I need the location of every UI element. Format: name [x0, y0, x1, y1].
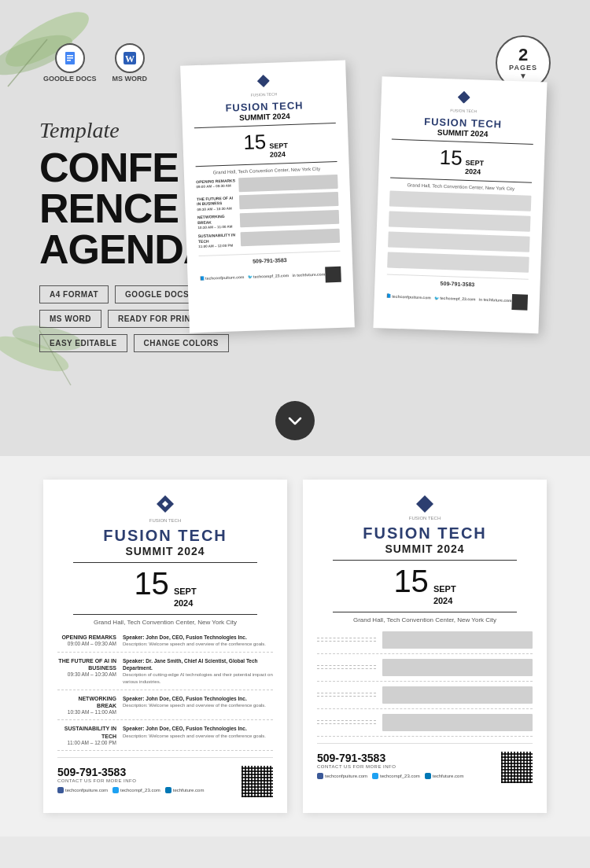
full-contact-label: CONTACT US FOR MORE INFO: [57, 778, 204, 783]
full-doc-logo-p2: FUSION TECH: [317, 495, 533, 520]
social-facebook: techconfpuiture.com: [57, 787, 108, 793]
doc-location: Grand Hall, Tech Convention Center, New …: [196, 165, 337, 175]
social-row: techconfpuiture.com techcompf_23.com tec…: [57, 787, 204, 793]
full-date-number: 15: [134, 568, 169, 599]
ms-word-badge: W MS WORD: [112, 43, 148, 83]
full-phone: 509-791-3583: [57, 766, 204, 778]
full-phone-p2: 509-791-3583: [317, 752, 463, 764]
qr-code-p2: [501, 752, 533, 783]
agenda-speaker-1: Speaker: John Doe, CEO, Fusion Technolog…: [123, 634, 273, 641]
tag-msword: MS WORD: [39, 310, 101, 328]
full-location-p2: Grand Hall, Tech Convention Center, New …: [317, 616, 533, 623]
twitter-icon: [112, 787, 119, 793]
social-linkedin-text-p2: techfuture.com: [433, 774, 464, 778]
social-linkedin-text: techfuture.com: [173, 788, 205, 793]
pages-number: 2: [518, 46, 528, 64]
ms-word-label: MS WORD: [112, 75, 148, 83]
tag-editable: EASY EDITABLE: [39, 334, 127, 352]
agenda-speaker-2: Speaker: Dr. Jane Smith, Chief AI Scient…: [123, 657, 273, 671]
agenda-desc-2: Description of cutting-edge AI technolog…: [123, 671, 273, 685]
full-title-line2: SUMMIT 2024: [57, 545, 273, 557]
docs-icon: [62, 50, 78, 66]
full-title-line2-p2: SUMMIT 2024: [317, 542, 533, 555]
full-location: Grand Hall, Tech Convention Center, New …: [57, 619, 273, 626]
agenda-time-3: 10:30 AM – 11:00 AM: [57, 709, 116, 715]
tag-colors: CHANGE COLORS: [134, 334, 229, 352]
full-doc-page2: FUSION TECH FUSION TECH SUMMIT 2024 15 S…: [303, 480, 547, 813]
doc-preview-main: FUSION TECH FUSION TECH SUMMIT 2024 15 S…: [180, 60, 355, 333]
linkedin-icon-p2: [425, 773, 431, 779]
top-section: GOODLE DOCS W MS WORD 2 PAGES ▼ Template…: [0, 0, 590, 456]
twitter-icon-p2: [372, 773, 378, 779]
social-linkedin-p2: techfuture.com: [425, 773, 464, 779]
agenda-event-name-1: OPENING REMARKS: [57, 634, 116, 641]
agenda-time-1: 09:00 AM – 09:30 AM: [57, 641, 116, 646]
full-doc-page1: FUSION TECH FUSION TECH SUMMIT 2024 15 S…: [43, 480, 287, 813]
scroll-down-button[interactable]: [275, 401, 315, 440]
agenda-event-name-4: SUSTAINABILITY IN TECH: [57, 725, 116, 739]
agenda-item-2: THE FUTURE OF AI IN BUSINESS 09:30 AM – …: [57, 657, 273, 690]
logo-small-text: FUSION TECH: [57, 518, 273, 523]
linkedin-icon: [165, 787, 171, 793]
social-facebook-text-p2: techconfpuiture.com: [325, 774, 367, 778]
svg-text:W: W: [125, 53, 135, 64]
full-footer: 509-791-3583 CONTACT US FOR MORE INFO te…: [57, 757, 273, 797]
full-contact-label-p2: CONTACT US FOR MORE INFO: [317, 764, 463, 769]
document-previews: FUSION TECH FUSION TECH SUMMIT 2024 15 S…: [185, 63, 527, 330]
full-doc-logo: FUSION TECH: [57, 495, 273, 523]
agenda-time-4: 11:00 AM – 12:00 PM: [57, 740, 116, 745]
agenda-desc-3: Description: Welcome speech and overview…: [123, 702, 273, 708]
social-row-p2: techconfpuiture.com techcompf_23.com tec…: [317, 773, 463, 779]
agenda-section: OPENING REMARKS 09:00 AM – 09:30 AM Spea…: [57, 634, 273, 751]
agenda-event-name-2: THE FUTURE OF AI IN BUSINESS: [57, 657, 116, 671]
doc-preview-second: FUSION TECH FUSION TECH SUMMIT 2024 15 S…: [373, 76, 547, 333]
logo-small-text-p2: FUSION TECH: [317, 516, 533, 520]
agenda-item-4: SUSTAINABILITY IN TECH 11:00 AM – 12:00 …: [57, 725, 273, 750]
agenda-desc-4: Description: Welcome speech and overview…: [123, 733, 273, 739]
social-twitter-text-p2: techcompf_23.com: [380, 774, 420, 778]
svg-rect-7: [67, 55, 73, 57]
tag-a4: A4 FORMAT: [39, 285, 109, 303]
social-twitter-text: techcompf_23.com: [120, 788, 160, 793]
full-date-month: SEPT2024: [174, 586, 197, 610]
social-facebook-text: techconfpuiture.com: [65, 788, 108, 793]
bottom-section: FUSION TECH FUSION TECH SUMMIT 2024 15 S…: [0, 456, 590, 837]
full-title-line1-p2: FUSION TECH: [317, 524, 533, 542]
full-date-number-p2: 15: [393, 565, 429, 597]
social-twitter: techcompf_23.com: [112, 787, 160, 793]
google-docs-badge: GOODLE DOCS: [43, 43, 97, 83]
svg-rect-9: [67, 60, 71, 61]
agenda-speaker-3: Speaker: John Doe, CEO, Fusion Technolog…: [123, 695, 273, 702]
social-twitter-p2: techcompf_23.com: [372, 773, 420, 779]
full-date-month-p2: SEPT2024: [433, 583, 456, 608]
badge-area: GOODLE DOCS W MS WORD: [43, 43, 147, 83]
facebook-icon: [57, 787, 64, 793]
full-title-line1: FUSION TECH: [57, 527, 273, 545]
agenda-time-2: 09:30 AM – 10:30 AM: [57, 671, 116, 677]
svg-rect-8: [67, 57, 73, 59]
qr-code: [242, 766, 273, 797]
agenda-item-3: NETWORKING BREAK 10:30 AM – 11:00 AM Spe…: [57, 695, 273, 720]
agenda-desc-1: Description: Welcome speech and overview…: [123, 641, 273, 647]
social-facebook-p2: techconfpuiture.com: [317, 773, 367, 779]
agenda-speaker-4: Speaker: John Doe, CEO, Fusion Technolog…: [123, 725, 273, 732]
facebook-icon-p2: [317, 773, 323, 779]
google-docs-label: GOODLE DOCS: [43, 75, 97, 83]
agenda-item-1: OPENING REMARKS 09:00 AM – 09:30 AM Spea…: [57, 634, 273, 653]
word-icon: W: [122, 50, 138, 66]
chevron-down-icon: [287, 413, 303, 428]
doc-logo: FUSION TECH: [193, 72, 335, 99]
social-linkedin: techfuture.com: [165, 787, 205, 793]
agenda-section-p2: [317, 631, 533, 737]
full-footer-p2: 509-791-3583 CONTACT US FOR MORE INFO te…: [317, 743, 533, 783]
agenda-event-name-3: NETWORKING BREAK: [57, 695, 116, 709]
